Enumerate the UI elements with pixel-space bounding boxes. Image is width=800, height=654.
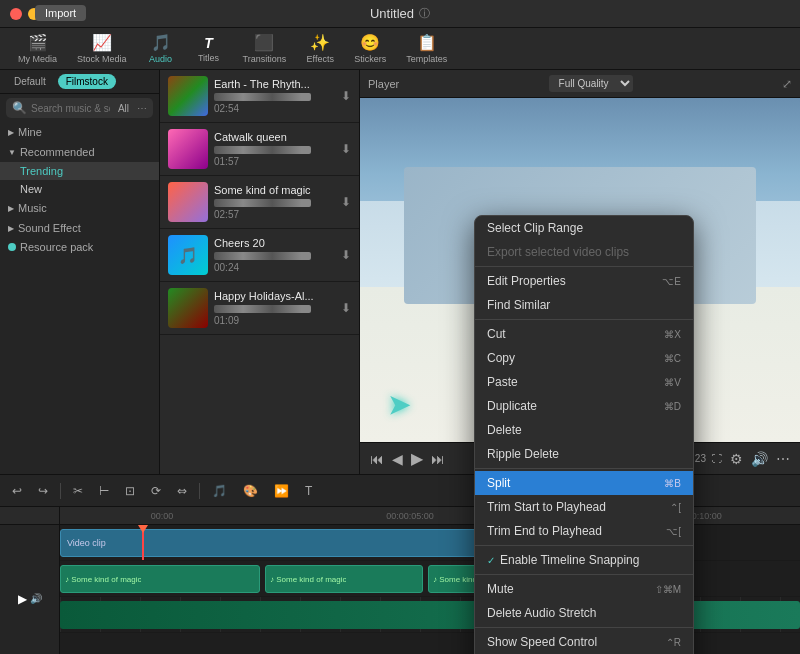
- sub-item-trending[interactable]: Trending: [0, 162, 159, 180]
- play-button[interactable]: ▶: [409, 447, 425, 470]
- track-headers-column: ▶ 🔊 ♪ 🔊 ♪ 🔊: [0, 507, 60, 654]
- tl-speed-button[interactable]: ⏩: [270, 482, 293, 500]
- audio-download-icon-0[interactable]: ⬇: [341, 89, 351, 103]
- audio-icon: 🎵: [151, 33, 171, 52]
- volume-button[interactable]: 🔊: [749, 449, 770, 469]
- cm-item-cut[interactable]: Cut ⌘X: [475, 322, 693, 346]
- cm-item-delete-audio-stretch[interactable]: Delete Audio Stretch: [475, 601, 693, 625]
- sub-item-new[interactable]: New: [0, 180, 159, 198]
- audio-download-icon-3[interactable]: ⬇: [341, 248, 351, 262]
- audio-item-1[interactable]: Catwalk queen 01:57 ⬇: [160, 123, 359, 176]
- tab-default[interactable]: Default: [6, 74, 54, 89]
- player-label: Player: [368, 78, 399, 90]
- cm-item-select-clip-range[interactable]: Select Clip Range: [475, 216, 693, 240]
- cm-item-mute[interactable]: Mute ⇧⌘M: [475, 577, 693, 601]
- toolbar-item-templates[interactable]: 📋 Templates: [398, 29, 455, 68]
- cm-item-trim-end[interactable]: Trim End to Playhead ⌥[: [475, 519, 693, 543]
- tl-rotate-button[interactable]: ⟳: [147, 482, 165, 500]
- tl-text-button[interactable]: T: [301, 482, 316, 500]
- cm-item-duplicate[interactable]: Duplicate ⌘D: [475, 394, 693, 418]
- effects-label: Effects: [307, 54, 334, 64]
- search-filter[interactable]: All: [114, 103, 133, 114]
- tl-audio-button[interactable]: 🎵: [208, 482, 231, 500]
- cm-label-trim-end: Trim End to Playhead: [487, 524, 602, 538]
- titles-label: Titles: [198, 53, 219, 63]
- stickers-icon: 😊: [360, 33, 380, 52]
- cm-check-snapping: ✓: [487, 555, 495, 566]
- cm-label-edit-properties: Edit Properties: [487, 274, 566, 288]
- audio-item-2[interactable]: Some kind of magic 02:57 ⬇: [160, 176, 359, 229]
- cm-label-delete: Delete: [487, 423, 522, 437]
- tl-color-button[interactable]: 🎨: [239, 482, 262, 500]
- section-sound-header[interactable]: ▶ Sound Effect: [0, 218, 159, 238]
- cm-item-copy[interactable]: Copy ⌘C: [475, 346, 693, 370]
- tab-filmstock[interactable]: Filmstock: [58, 74, 116, 89]
- settings-button[interactable]: ⚙: [728, 449, 745, 469]
- audio-download-icon-1[interactable]: ⬇: [341, 142, 351, 156]
- cm-item-paste[interactable]: Paste ⌘V: [475, 370, 693, 394]
- toolbar-item-transitions[interactable]: ⬛ Transitions: [235, 29, 295, 68]
- cm-item-trim-start[interactable]: Trim Start to Playhead ⌃[: [475, 495, 693, 519]
- video-mute-button[interactable]: 🔊: [30, 593, 42, 604]
- cm-sep-2: [475, 319, 693, 320]
- audio-item-0[interactable]: Earth - The Rhyth... 02:54 ⬇: [160, 70, 359, 123]
- fullscreen-button[interactable]: ⛶: [710, 451, 724, 466]
- audio-clip-2[interactable]: ♪ Some kind of magic: [265, 565, 423, 593]
- audio-wave-2: [214, 199, 311, 207]
- audio-info-3: Cheers 20 00:24: [214, 237, 335, 273]
- skip-back-button[interactable]: ⏮: [368, 449, 386, 469]
- search-input[interactable]: [31, 103, 110, 114]
- search-icon: 🔍: [12, 101, 27, 115]
- section-recommended: ▼ Recommended Trending New: [0, 142, 159, 198]
- cm-label-duplicate: Duplicate: [487, 399, 537, 413]
- tl-redo-button[interactable]: ↪: [34, 482, 52, 500]
- audio-clip-1[interactable]: ♪ Some kind of magic: [60, 565, 260, 593]
- stock-media-icon: 📈: [92, 33, 112, 52]
- section-recommended-header[interactable]: ▼ Recommended: [0, 142, 159, 162]
- skip-forward-button[interactable]: ⏭: [429, 449, 447, 469]
- play-back-button[interactable]: ◀: [390, 449, 405, 469]
- audio-info-0: Earth - The Rhyth... 02:54: [214, 78, 335, 114]
- toolbar-item-effects[interactable]: ✨ Effects: [298, 29, 342, 68]
- close-button[interactable]: [10, 8, 22, 20]
- tl-undo-button[interactable]: ↩: [8, 482, 26, 500]
- import-tab[interactable]: Import: [35, 5, 86, 21]
- tl-split-button[interactable]: ⊢: [95, 482, 113, 500]
- resource-pack-item[interactable]: Resource pack: [0, 238, 159, 256]
- cm-shortcut-paste: ⌘V: [664, 377, 681, 388]
- preview-expand-icon[interactable]: ⤢: [782, 77, 792, 91]
- stock-media-label: Stock Media: [77, 54, 127, 64]
- audio-item-3[interactable]: 🎵 Cheers 20 00:24 ⬇: [160, 229, 359, 282]
- audio-download-icon-2[interactable]: ⬇: [341, 195, 351, 209]
- ruler-spacer: [0, 507, 59, 525]
- section-sound-arrow: ▶: [8, 224, 14, 233]
- toolbar-item-stickers[interactable]: 😊 Stickers: [346, 29, 394, 68]
- audio-info-4: Happy Holidays-Al... 01:09: [214, 290, 335, 326]
- cm-item-delete[interactable]: Delete: [475, 418, 693, 442]
- section-music-header[interactable]: ▶ Music: [0, 198, 159, 218]
- toolbar-item-stock-media[interactable]: 📈 Stock Media: [69, 29, 135, 68]
- section-mine-arrow: ▶: [8, 128, 14, 137]
- section-mine-header[interactable]: ▶ Mine: [0, 122, 159, 142]
- tl-mirror-button[interactable]: ⇔: [173, 482, 191, 500]
- cm-item-find-similar[interactable]: Find Similar: [475, 293, 693, 317]
- tl-crop-button[interactable]: ⊡: [121, 482, 139, 500]
- cm-label-speed-control: Show Speed Control: [487, 635, 597, 649]
- cm-item-edit-properties[interactable]: Edit Properties ⌥E: [475, 269, 693, 293]
- section-mine: ▶ Mine: [0, 122, 159, 142]
- toolbar-item-audio[interactable]: 🎵 Audio: [139, 29, 183, 68]
- toolbar-item-my-media[interactable]: 🎬 My Media: [10, 29, 65, 68]
- cm-item-speed-control[interactable]: Show Speed Control ⌃R: [475, 630, 693, 654]
- audio-download-icon-4[interactable]: ⬇: [341, 301, 351, 315]
- cm-item-split[interactable]: Split ⌘B: [475, 471, 693, 495]
- filter-more-icon[interactable]: ⋯: [137, 103, 147, 114]
- tl-cut-button[interactable]: ✂: [69, 482, 87, 500]
- audio-item-4[interactable]: Happy Holidays-Al... 01:09 ⬇: [160, 282, 359, 335]
- toolbar-item-titles[interactable]: T Titles: [187, 31, 231, 67]
- cm-item-snapping[interactable]: ✓ Enable Timeline Snapping: [475, 548, 693, 572]
- preview-left-controls: ⏮ ◀ ▶ ⏭: [368, 447, 447, 470]
- cm-item-ripple-delete[interactable]: Ripple Delete: [475, 442, 693, 466]
- quality-select[interactable]: Full Quality Half Quality: [549, 75, 633, 92]
- playhead-head: [138, 525, 148, 533]
- more-button[interactable]: ⋯: [774, 449, 792, 469]
